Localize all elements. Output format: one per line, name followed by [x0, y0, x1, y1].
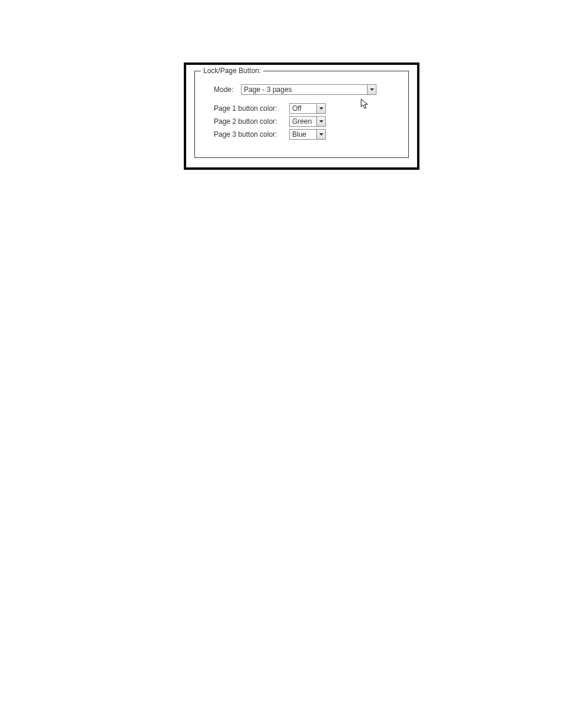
- page3-color-dropdown[interactable]: Blue: [289, 129, 326, 140]
- svg-marker-3: [319, 133, 323, 136]
- page1-color-value: Off: [290, 104, 316, 113]
- page1-color-dropdown[interactable]: Off: [289, 103, 326, 114]
- page2-color-dropdown[interactable]: Green: [289, 116, 326, 127]
- settings-panel: Lock/Page Button: Mode: Page - 3 pages P…: [184, 62, 419, 170]
- dropdown-arrow-icon: [316, 117, 325, 126]
- page2-color-label: Page 2 button color:: [214, 117, 289, 126]
- page1-color-label: Page 1 button color:: [214, 104, 289, 113]
- svg-marker-0: [370, 88, 374, 91]
- mode-dropdown-value: Page - 3 pages: [242, 85, 367, 94]
- mode-label: Mode:: [214, 85, 241, 94]
- page2-color-value: Green: [290, 117, 316, 126]
- lock-page-fieldset: Lock/Page Button: Mode: Page - 3 pages P…: [194, 71, 409, 158]
- dropdown-arrow-icon: [316, 130, 325, 139]
- mode-row: Mode: Page - 3 pages: [204, 84, 399, 95]
- page3-color-value: Blue: [290, 130, 316, 139]
- dropdown-arrow-icon: [316, 104, 325, 113]
- svg-marker-2: [319, 120, 323, 123]
- fieldset-legend: Lock/Page Button:: [201, 67, 263, 75]
- page1-color-row: Page 1 button color: Off: [204, 103, 399, 114]
- page2-color-row: Page 2 button color: Green: [204, 116, 399, 127]
- page3-color-label: Page 3 button color:: [214, 130, 289, 139]
- mode-dropdown[interactable]: Page - 3 pages: [241, 84, 376, 95]
- dropdown-arrow-icon: [367, 85, 376, 94]
- svg-marker-1: [319, 107, 323, 110]
- page3-color-row: Page 3 button color: Blue: [204, 129, 399, 140]
